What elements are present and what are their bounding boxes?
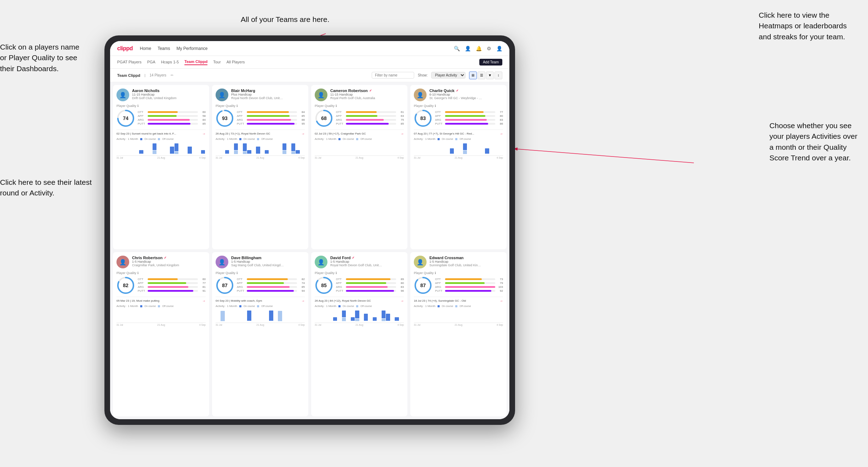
off-course-label: Off course [459, 305, 471, 307]
latest-round[interactable]: 07 Aug 23 | 77 (+7), St George's Hill GC… [414, 130, 503, 136]
player-avatar: 👤 [315, 256, 327, 268]
arg-label: ARG [138, 118, 146, 121]
subnav-team-clippd[interactable]: Team Clippd [184, 59, 207, 65]
activity-label[interactable]: Activity · 1 Month On course Off course [414, 304, 503, 308]
quality-section[interactable]: 87 OTT 73 APP 79 [414, 276, 503, 295]
edit-team-icon[interactable]: ✏ [171, 73, 173, 77]
putt-fill [346, 123, 389, 125]
chart-dates: 31 Jul 21 Aug 4 Sep [414, 324, 503, 326]
chart-bars [414, 309, 503, 321]
quality-circle: 87 [414, 276, 432, 295]
arg-label: ARG [336, 118, 344, 121]
subnav-pgat[interactable]: PGAT Players [117, 60, 142, 65]
quality-section[interactable]: 83 OTT 77 APP 80 [414, 109, 503, 127]
latest-round[interactable]: 02 Jul 23 | 59 (+17), Craigmillar Park G… [315, 130, 404, 136]
putt-bar-row: PUTT 94 [237, 289, 305, 292]
activity-label[interactable]: Activity · 1 Month On course Off course [216, 137, 305, 141]
latest-round[interactable]: 26 Aug 23 | 73 (+1), Royal North Devon G… [216, 130, 305, 136]
quality-section[interactable]: 85 OTT 89 APP 80 [315, 276, 404, 295]
activity-label[interactable]: Activity · 1 Month On course Off course [116, 304, 206, 308]
latest-round[interactable]: 05 Mar 23 | 19, Must make putting → [116, 297, 206, 303]
add-team-button[interactable]: Add Team [479, 59, 502, 66]
player-handicap: 1-5 Handicap [330, 260, 404, 263]
player-name[interactable]: Blair McHarg [231, 89, 305, 93]
player-info: Chris Robertson ✓ 1-5 Handicap Craigmill… [132, 256, 206, 267]
subnav-tour[interactable]: Tour [213, 60, 221, 65]
latest-round[interactable]: 02 Sep 23 | Sunset round to get back int… [116, 130, 206, 136]
ott-value: 77 [497, 110, 503, 114]
nav-home[interactable]: Home [140, 46, 151, 51]
putt-fill [247, 123, 295, 125]
chart-bars [315, 309, 404, 321]
ott-fill [445, 278, 482, 280]
latest-round[interactable]: 26 Aug 23 | 84 (+12), Royal North Devon … [315, 297, 404, 303]
round-text: 07 Aug 23 | 77 (+7), St George's Hill GC… [414, 132, 474, 135]
player-card: 👤 Dave Billingham 1-5 Handicap Sag Maing… [212, 252, 308, 416]
latest-round[interactable]: 18 Jul 23 | 74 (+4), Sunningdale GC - Ol… [414, 297, 503, 303]
quality-number: 82 [123, 283, 129, 288]
filter-icon[interactable]: ▼ [486, 72, 494, 79]
putt-bar-row: PUTT 95 [237, 122, 305, 125]
putt-label: PUTT [435, 289, 444, 292]
list-view-icon[interactable]: ☰ [478, 72, 485, 79]
activity-text: Activity · 1 Month [414, 304, 435, 308]
on-course-label: On course [144, 305, 156, 307]
activity-section: Activity · 1 Month On course Off course [414, 304, 503, 326]
on-course-label: On course [244, 305, 255, 307]
off-course-dot [257, 138, 259, 140]
nav-teams[interactable]: Teams [158, 46, 170, 51]
ott-bar-row: OTT 89 [336, 278, 404, 281]
round-arrow-icon: → [202, 299, 206, 303]
player-info: David Ford ✓ 1-5 Handicap Royal North De… [330, 256, 404, 267]
nav-my-performance[interactable]: My Performance [176, 46, 207, 51]
putt-bar-row: PUTT 85 [336, 122, 404, 125]
arg-track [247, 286, 297, 288]
player-name[interactable]: Aaron Nicholls [132, 89, 206, 93]
arg-bar-row: ARG 84 [138, 118, 206, 121]
player-name[interactable]: Chris Robertson ✓ [132, 256, 206, 260]
latest-round[interactable]: 04 Sep 23 | Mobility with coach, Gym → [216, 297, 305, 303]
subnav-hcaps[interactable]: Hcaps 1-5 [161, 60, 179, 65]
putt-label: PUTT [138, 122, 146, 125]
quality-section[interactable]: 87 OTT 82 APP 74 [216, 276, 305, 295]
date-3: 4 Sep [497, 156, 503, 159]
chart-dates: 31 Jul 21 Aug 4 Sep [315, 156, 404, 159]
card-header: 👤 David Ford ✓ 1-5 Handicap Royal North … [315, 256, 404, 268]
ott-label: OTT [435, 278, 444, 281]
bell-icon[interactable]: 🔔 [476, 46, 482, 51]
player-name[interactable]: Dave Billingham [231, 256, 305, 260]
activity-label[interactable]: Activity · 1 Month On course Off course [116, 137, 206, 141]
quality-section[interactable]: 93 OTT 84 APP 85 [216, 109, 305, 127]
player-name[interactable]: Charlie Quick ✓ [429, 89, 503, 93]
putt-value: 92 [497, 289, 503, 292]
settings-icon[interactable]: ⚙ [487, 46, 491, 51]
putt-bar-row: PUTT 86 [435, 122, 503, 125]
quality-section[interactable]: 68 OTT 61 APP 63 [315, 109, 404, 127]
player-name[interactable]: Cameron Robertson ✓ [330, 89, 404, 93]
arg-value: 75 [398, 118, 404, 121]
profile-icon[interactable]: 👤 [465, 46, 471, 51]
activity-label[interactable]: Activity · 1 Month On course Off course [315, 137, 404, 141]
show-select[interactable]: Player Activity [431, 72, 466, 79]
activity-label[interactable]: Activity · 1 Month On course Off course [216, 304, 305, 308]
search-icon[interactable]: 🔍 [454, 46, 460, 51]
off-course-dot [257, 305, 259, 307]
grid-view-icon[interactable]: ⊞ [469, 72, 477, 79]
quality-section[interactable]: 82 OTT 60 APP 77 [116, 276, 206, 295]
quality-section[interactable]: 74 OTT 60 APP 58 [116, 109, 206, 127]
player-name[interactable]: Edward Crossman [429, 256, 503, 260]
activity-label[interactable]: Activity · 1 Month On course Off course [315, 304, 404, 308]
player-name[interactable]: David Ford ✓ [330, 256, 404, 260]
sort-icon[interactable]: ↕ [495, 72, 502, 79]
player-grid: 👤 Aaron Nicholls 11-15 Handicap Drift Go… [110, 82, 509, 419]
activity-label[interactable]: Activity · 1 Month On course Off course [414, 137, 503, 141]
ott-track [445, 278, 495, 280]
date-1: 31 Jul [414, 156, 421, 159]
ott-bar-row: OTT 84 [237, 110, 305, 114]
ott-fill [247, 111, 289, 113]
ott-track [148, 278, 198, 280]
subnav-all-players[interactable]: All Players [227, 60, 245, 65]
subnav-pga[interactable]: PGA [147, 60, 155, 65]
filter-input[interactable] [372, 72, 414, 79]
avatar-icon[interactable]: 👤 [496, 46, 502, 51]
